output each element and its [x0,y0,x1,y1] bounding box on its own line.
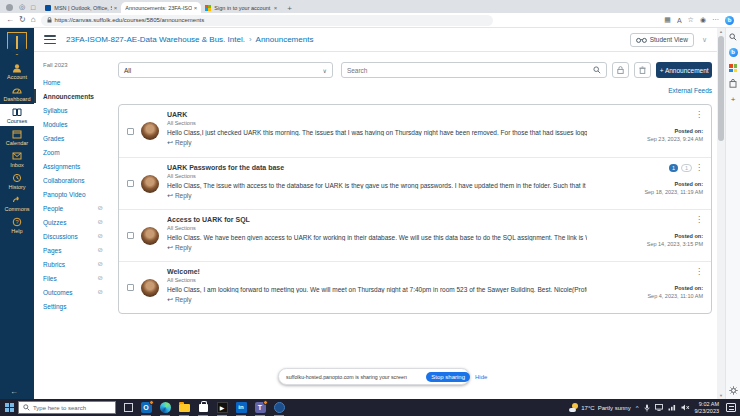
add-announcement-button[interactable]: + Announcement [656,62,712,78]
browser-tab-announcements[interactable]: Announcements: 23FA-ISOM-8... × [121,2,201,13]
scroll-down-icon[interactable]: ▼ [717,392,725,399]
refresh-icon[interactable]: ↻ [19,16,26,24]
start-button[interactable] [0,399,18,416]
hide-share-bar-link[interactable]: Hide [475,374,487,380]
sidebar-add-icon[interactable]: + [731,95,736,104]
read-aloud-icon[interactable]: A [677,17,682,24]
close-tab-icon[interactable]: × [114,5,118,11]
breadcrumb-course-link[interactable]: 23FA-ISOM-827-AE-Data Warehouse & Bus. I… [66,35,245,44]
taskbar-clock[interactable]: 9:02 AM 9/23/2023 [695,401,719,414]
reply-link[interactable]: ↩Reply [167,296,587,304]
suffolk-logo[interactable] [7,32,27,55]
hamburger-menu-icon[interactable] [44,35,56,44]
home-icon[interactable]: ⌂ [31,16,36,24]
display-icon[interactable] [655,404,663,411]
row-menu-icon[interactable]: ⋮ [695,164,703,172]
select-checkbox[interactable] [127,232,134,239]
student-view-button[interactable]: Student View [630,33,694,47]
course-nav-modules[interactable]: Modules [34,117,110,131]
copilot-icon[interactable]: b [725,16,734,25]
announcement-title-link[interactable]: UARK [167,111,587,118]
profile-icon[interactable] [6,4,13,11]
course-nav-panopto-video[interactable]: Panopto Video [34,187,110,201]
file-explorer-icon[interactable] [178,402,190,414]
course-nav-rubrics[interactable]: Rubrics⊘ [34,257,110,271]
stop-sharing-button[interactable]: Stop sharing [426,372,470,382]
reply-link[interactable]: ↩Reply [167,244,587,252]
course-nav-pages[interactable]: Pages⊘ [34,243,110,257]
sidebar-settings-icon[interactable] [729,386,738,395]
browser-tab-signin[interactable]: Sign in to your account × [201,2,281,13]
network-icon[interactable] [668,404,676,411]
select-checkbox[interactable] [127,128,134,135]
browser-menu-icon[interactable]: ⋯ [712,16,719,24]
sidebar-search-icon[interactable] [729,33,737,41]
workspaces-icon[interactable]: □ [31,4,35,11]
tab-search-icon[interactable]: ◎ [19,3,25,11]
delete-announcements-button[interactable] [634,62,651,78]
course-nav-grades[interactable]: Grades [34,131,110,145]
split-screen-icon[interactable]: ▦ [664,16,671,24]
taskbar-search[interactable]: Type here to search [18,401,116,414]
close-tab-icon[interactable]: × [274,5,278,11]
microsoft-store-icon[interactable] [197,402,209,414]
external-feeds-link[interactable]: External Feeds [668,87,712,94]
page-scrollbar[interactable]: ▲ ▼ [717,28,725,399]
course-nav-collaborations[interactable]: Collaborations [34,173,110,187]
select-checkbox[interactable] [127,180,134,187]
hidden-icons-chevron[interactable]: ^ [636,405,639,411]
scroll-up-icon[interactable]: ▲ [717,28,725,35]
collections-icon[interactable]: ◉ [700,16,706,24]
course-nav-quizzes[interactable]: Quizzes⊘ [34,215,110,229]
back-icon[interactable]: ← [6,16,14,24]
circle-app-icon[interactable] [273,402,285,414]
sidebar-copilot-icon[interactable]: b [729,48,738,57]
nav-dashboard[interactable]: Dashboard [0,82,34,104]
course-nav-outcomes[interactable]: Outcomes⊘ [34,285,110,299]
close-tab-icon[interactable]: × [194,5,198,11]
task-view-icon[interactable] [124,403,133,412]
nav-courses[interactable]: Courses [0,104,34,126]
linkedin-icon[interactable]: in [235,402,247,414]
lock-announcements-button[interactable] [612,62,629,78]
course-nav-assignments[interactable]: Assignments [34,159,110,173]
announcement-title-link[interactable]: Welcome! [167,268,587,275]
outlook-icon[interactable]: O [140,402,152,414]
course-nav-home[interactable]: Home [34,75,110,89]
sections-filter-dropdown[interactable]: All ∨ [118,62,333,78]
row-menu-icon[interactable]: ⋮ [695,216,703,224]
sidebar-shopping-icon[interactable] [729,79,737,88]
select-checkbox[interactable] [127,284,134,291]
weather-widget[interactable]: 17°C Partly sunny [569,403,630,412]
volume-muted-icon[interactable] [681,404,690,411]
row-menu-icon[interactable]: ⋮ [695,268,703,276]
favorites-icon[interactable]: ☆ [688,16,694,24]
nav-inbox[interactable]: Inbox [0,148,34,170]
announcement-title-link[interactable]: UARK Passwords for the data base [167,164,587,171]
media-player-icon[interactable]: ▶ [216,402,228,414]
search-input[interactable] [347,67,594,74]
new-tab-icon[interactable]: + [287,4,292,13]
course-nav-zoom[interactable]: Zoom [34,145,110,159]
course-nav-people[interactable]: People⊘ [34,201,110,215]
browser-tab-msn[interactable]: MSN | Outlook, Office, Skype, Bi... × [41,2,121,13]
nav-history[interactable]: History [0,170,34,192]
course-nav-syllabus[interactable]: Syllabus [34,103,110,117]
sidebar-microsoft365-icon[interactable] [729,64,737,72]
microphone-icon[interactable] [644,404,650,412]
nav-calendar[interactable]: Calendar [0,126,34,148]
announcement-title-link[interactable]: Access to UARK for SQL [167,216,587,223]
collapse-nav-icon[interactable]: ← [10,387,18,396]
course-nav-announcements[interactable]: Announcements [34,89,110,103]
course-nav-settings[interactable]: Settings [34,299,110,313]
nav-commons[interactable]: Commons [0,192,34,214]
teams-icon[interactable]: T [254,402,266,414]
course-nav-discussions[interactable]: Discussions⊘ [34,229,110,243]
edge-icon[interactable] [159,402,171,414]
row-menu-icon[interactable]: ⋮ [695,111,703,119]
nav-account[interactable]: Account [0,60,34,82]
course-nav-files[interactable]: Files⊘ [34,271,110,285]
reply-link[interactable]: ↩Reply [167,192,587,200]
action-center-icon[interactable] [726,403,736,412]
header-collapse-icon[interactable]: ∨ [702,36,707,44]
